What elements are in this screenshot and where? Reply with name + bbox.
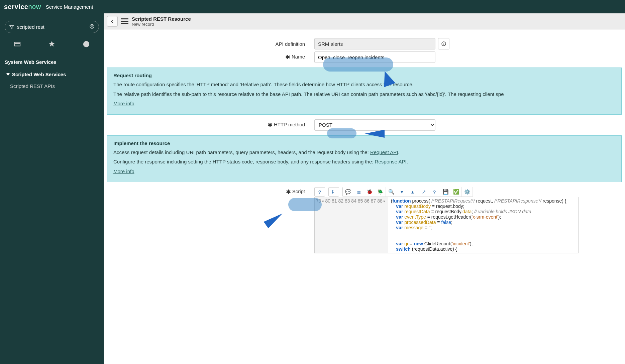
response-api-link[interactable]: Response API	[375, 159, 407, 164]
request-api-link[interactable]: Request API	[370, 149, 398, 155]
toolbar-format-icon[interactable]: ≣	[353, 187, 364, 197]
row-api-definition: API definition	[104, 38, 625, 49]
script-toolbar: 💬 ≣ 🐞 🪲 🔍 ▾ ▴ ↗	[342, 187, 473, 197]
label-http-method-text: HTTP method	[274, 122, 305, 127]
label-name: ✱Name	[104, 53, 314, 61]
nav-item-scripted-rest-apis[interactable]: Scripted REST APIs	[0, 80, 104, 92]
panel-implement-p1: Access request details including URI pat…	[113, 149, 615, 156]
history-icon[interactable]	[83, 40, 90, 49]
toolbar-save-icon[interactable]: 💾	[440, 187, 451, 197]
field-name[interactable]	[314, 51, 435, 63]
panel-routing-p1: The route configuration specifies the 'H…	[113, 81, 615, 89]
left-nav: System Web Services Scripted Web Service…	[0, 13, 104, 364]
form-menu-icon[interactable]	[121, 18, 128, 24]
toolbar-comment-icon[interactable]: 💬	[343, 187, 353, 197]
banner: servicenow Service Management	[0, 0, 625, 13]
toolbar-scroll-up-icon[interactable]: ▴	[407, 187, 418, 197]
svg-rect-1	[14, 42, 20, 46]
label-script: ✱Script	[104, 187, 314, 196]
toolbar-popout-icon[interactable]: ↗	[418, 187, 429, 197]
label-name-text: Name	[292, 54, 305, 59]
label-api-definition: API definition	[104, 41, 314, 47]
back-button[interactable]	[107, 16, 118, 27]
panel-request-routing: Request routing The route configuration …	[107, 68, 622, 115]
form-header-text: Scripted REST Resource New record	[132, 16, 191, 27]
clear-filter-icon[interactable]	[89, 23, 95, 31]
form-body: API definition ✱Name Request routing Th	[104, 29, 625, 364]
filter-icon	[9, 24, 14, 30]
form-header: Scripted REST Resource New record	[104, 13, 625, 29]
toolbar-search-icon[interactable]: 🔍	[386, 187, 397, 197]
panel-implement: Implement the resource Access request de…	[107, 135, 622, 183]
product-name: Service Management	[46, 4, 93, 10]
toolbar-debug-in-icon[interactable]: 🐞	[364, 187, 375, 197]
script-editor[interactable]: 79▾ 80 81 82 83 84 85 86 87 88▾ (functio…	[314, 197, 579, 253]
editor-gutter: 79▾ 80 81 82 83 84 85 86 87 88▾	[315, 197, 388, 253]
toolbar-run-icon[interactable]: ⚙️	[462, 187, 473, 197]
nav-module-subheading[interactable]: Scripted Web Services	[0, 68, 104, 80]
nav-filter-input[interactable]	[17, 24, 87, 30]
nav-filter[interactable]	[5, 21, 99, 33]
form-title: Scripted REST Resource	[132, 16, 191, 22]
nav-module-heading[interactable]: System Web Services	[0, 53, 104, 68]
all-apps-icon[interactable]	[14, 40, 21, 49]
row-script: ✱Script ? 💬 ≣ 🐞 🪲	[104, 187, 625, 253]
panel-routing-p2: The relative path identifies the sub-pat…	[113, 91, 615, 98]
row-name: ✱Name	[104, 51, 625, 63]
row-http-method: ✱HTTP method POST	[104, 119, 625, 131]
brand-logo-a: service	[4, 3, 28, 10]
toolbar-debug-out-icon[interactable]: 🪲	[375, 187, 386, 197]
form-subtitle: New record	[132, 22, 191, 27]
editor-code[interactable]: (function process( /*RESTAPIRequest*/ re…	[388, 197, 569, 253]
favorites-icon[interactable]	[48, 40, 56, 49]
script-help-icon[interactable]: ?	[314, 187, 325, 197]
panel-routing-title: Request routing	[113, 73, 615, 78]
panel-routing-moreinfo-link[interactable]: More info	[113, 101, 134, 106]
api-definition-info-button[interactable]	[438, 38, 449, 49]
panel-implement-p1-text: Access request details including URI pat…	[113, 149, 370, 155]
toolbar-help-icon[interactable]: ?	[429, 187, 440, 197]
label-http-method: ✱HTTP method	[104, 121, 314, 129]
panel-implement-moreinfo-link[interactable]: More info	[113, 168, 134, 174]
panel-implement-title: Implement the resource	[113, 140, 615, 146]
nav-subheading-label: Scripted Web Services	[12, 72, 66, 77]
field-http-method[interactable]: POST	[314, 119, 435, 131]
label-script-text: Script	[292, 189, 305, 194]
main: Scripted REST Resource New record API de…	[104, 13, 625, 364]
nav-icon-row	[0, 36, 104, 53]
panel-implement-p2-text: Configure the response including setting…	[113, 159, 375, 164]
script-tree-icon[interactable]	[328, 187, 339, 197]
brand-logo-b: now	[28, 3, 41, 10]
brand-logo: servicenow	[4, 3, 41, 11]
toolbar-scroll-down-icon[interactable]: ▾	[397, 187, 407, 197]
panel-implement-p2: Configure the response including setting…	[113, 158, 615, 166]
toolbar-validate-icon[interactable]: ✅	[451, 187, 461, 197]
field-api-definition[interactable]	[314, 38, 435, 49]
